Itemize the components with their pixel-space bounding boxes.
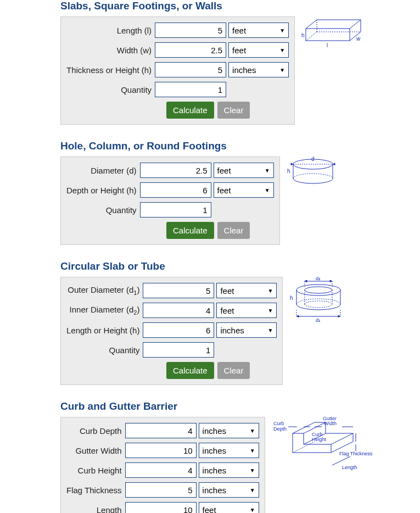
- thickness-unit-select[interactable]: inches: [228, 62, 289, 77]
- section-title: Curb and Gutter Barrier: [60, 400, 420, 412]
- label-outer-diameter: Outer Diameter (d1): [68, 285, 143, 296]
- quantity-input[interactable]: [143, 342, 214, 358]
- label-diameter: Diameter (d): [91, 166, 139, 175]
- cylinder-diagram: d h: [285, 157, 340, 189]
- svg-line-1: [306, 20, 317, 29]
- gutter-width-unit-select[interactable]: inches: [199, 443, 259, 458]
- flag-thickness-unit-select[interactable]: inches: [199, 482, 259, 498]
- width-input[interactable]: [155, 42, 226, 58]
- label-width: Width (w): [117, 46, 155, 55]
- length-input[interactable]: [143, 322, 214, 338]
- clear-button[interactable]: Clear: [217, 362, 250, 379]
- inner-diameter-unit-select[interactable]: feet: [216, 303, 277, 318]
- depth-input[interactable]: [140, 182, 211, 198]
- form-panel: Curb Depth inches Gutter Width inches Cu…: [60, 417, 265, 513]
- clear-button[interactable]: Clear: [217, 102, 250, 119]
- label-flag-thickness: Flag Thickness: [66, 486, 125, 495]
- svg-text:Length: Length: [342, 465, 357, 470]
- curb-diagram: Curb Depth Gutter Width Curb Height Flag…: [271, 417, 391, 483]
- width-unit-select[interactable]: feet: [228, 42, 289, 58]
- diameter-input[interactable]: [140, 163, 211, 178]
- svg-text:w: w: [356, 36, 361, 42]
- label-inner-diameter: Inner Diameter (d2): [70, 305, 143, 316]
- length-input[interactable]: [125, 502, 197, 513]
- outer-diameter-input[interactable]: [143, 283, 214, 298]
- svg-text:Flag Thickness: Flag Thickness: [339, 451, 373, 456]
- svg-text:Curb: Curb: [273, 421, 284, 426]
- form-panel: Length (l) feet Width (w) feet Thickness…: [60, 16, 295, 125]
- calculate-button[interactable]: Calculate: [166, 102, 214, 119]
- gutter-width-input[interactable]: [125, 443, 197, 458]
- slab-diagram: h l w: [300, 16, 366, 49]
- label-curb-depth: Curb Depth: [80, 426, 125, 436]
- svg-text:h: h: [301, 32, 305, 38]
- svg-text:d₂: d₂: [316, 277, 321, 281]
- inner-diameter-input[interactable]: [143, 303, 214, 318]
- svg-text:Depth: Depth: [273, 426, 287, 432]
- svg-line-6: [306, 32, 317, 41]
- label-thickness: Thickness or Height (h): [66, 65, 155, 75]
- svg-point-22: [305, 287, 332, 293]
- length-unit-select[interactable]: feet: [199, 502, 259, 513]
- svg-text:Width: Width: [324, 421, 337, 426]
- section-slabs: Slabs, Square Footings, or Walls Length …: [60, 0, 420, 125]
- length-unit-select[interactable]: feet: [228, 23, 289, 38]
- section-hole: Hole, Column, or Round Footings Diameter…: [60, 140, 420, 245]
- quantity-input[interactable]: [155, 82, 226, 97]
- svg-line-33: [293, 422, 315, 433]
- quantity-input[interactable]: [140, 202, 211, 218]
- label-quantity: Quantity: [106, 205, 140, 215]
- curb-depth-input[interactable]: [125, 423, 197, 438]
- diameter-unit-select[interactable]: feet: [214, 163, 274, 178]
- depth-unit-select[interactable]: feet: [214, 182, 274, 198]
- label-length: Length (l): [117, 26, 155, 35]
- label-length: Length or Height (h): [66, 326, 143, 335]
- section-title: Circular Slab or Tube: [60, 260, 420, 272]
- length-unit-select[interactable]: inches: [216, 322, 277, 338]
- curb-depth-unit-select[interactable]: inches: [199, 423, 259, 438]
- clear-button[interactable]: Clear: [217, 222, 250, 239]
- label-depth: Depth or Height (h): [66, 186, 140, 195]
- svg-text:h: h: [290, 295, 293, 301]
- svg-line-39: [331, 433, 353, 444]
- calculate-button[interactable]: Calculate: [166, 222, 214, 239]
- label-quantity: Quantity: [121, 85, 155, 94]
- svg-rect-0: [306, 29, 350, 41]
- label-curb-height: Curb Height: [78, 466, 125, 475]
- outer-diameter-unit-select[interactable]: feet: [216, 283, 277, 298]
- length-input[interactable]: [155, 23, 226, 38]
- curb-height-unit-select[interactable]: inches: [199, 462, 259, 478]
- label-length: Length: [97, 505, 125, 514]
- tube-diagram: d₂ d₁ h: [288, 277, 349, 326]
- svg-text:d₁: d₁: [316, 317, 321, 323]
- svg-line-2: [350, 20, 361, 29]
- svg-text:Height: Height: [312, 437, 327, 442]
- thickness-input[interactable]: [155, 62, 226, 77]
- section-title: Slabs, Square Footings, or Walls: [60, 0, 420, 12]
- svg-text:d: d: [311, 157, 315, 162]
- flag-thickness-input[interactable]: [125, 482, 197, 498]
- calculate-button[interactable]: Calculate: [166, 362, 214, 379]
- section-curb: Curb and Gutter Barrier Curb Depth inche…: [60, 400, 420, 513]
- curb-height-input[interactable]: [125, 462, 197, 478]
- label-gutter-width: Gutter Width: [75, 446, 125, 455]
- section-title: Hole, Column, or Round Footings: [60, 140, 420, 152]
- svg-text:l: l: [327, 42, 328, 48]
- label-quantity: Quantity: [109, 345, 143, 355]
- section-tube: Circular Slab or Tube Outer Diameter (d1…: [60, 260, 420, 385]
- form-panel: Diameter (d) feet Depth or Height (h) fe…: [60, 157, 280, 245]
- form-panel: Outer Diameter (d1) feet Inner Diameter …: [60, 277, 283, 385]
- svg-text:h: h: [287, 168, 290, 174]
- svg-point-21: [296, 285, 340, 295]
- svg-line-57: [332, 456, 350, 465]
